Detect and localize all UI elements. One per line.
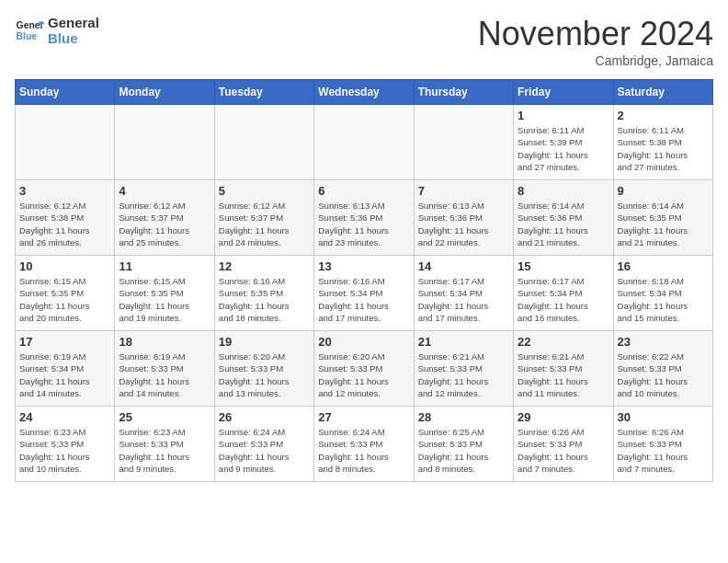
logo: General Blue General Blue bbox=[15, 15, 99, 46]
day-number: 20 bbox=[318, 335, 409, 349]
calendar-header-row: SundayMondayTuesdayWednesdayThursdayFrid… bbox=[16, 80, 713, 105]
calendar-day-cell: 30Sunrise: 6:26 AM Sunset: 5:33 PM Dayli… bbox=[613, 407, 712, 482]
calendar-day-cell: 19Sunrise: 6:20 AM Sunset: 5:33 PM Dayli… bbox=[214, 331, 313, 407]
calendar-week-row: 24Sunrise: 6:23 AM Sunset: 5:33 PM Dayli… bbox=[16, 407, 713, 482]
calendar-day-cell: 24Sunrise: 6:23 AM Sunset: 5:33 PM Dayli… bbox=[16, 407, 115, 482]
day-number: 9 bbox=[618, 184, 709, 198]
calendar-day-cell: 23Sunrise: 6:22 AM Sunset: 5:33 PM Dayli… bbox=[613, 331, 712, 407]
calendar-day-cell: 21Sunrise: 6:21 AM Sunset: 5:33 PM Dayli… bbox=[414, 331, 513, 407]
calendar-day-cell: 10Sunrise: 6:15 AM Sunset: 5:35 PM Dayli… bbox=[16, 256, 115, 331]
day-number: 1 bbox=[518, 109, 609, 122]
day-number: 12 bbox=[219, 259, 310, 273]
empty-cell bbox=[414, 105, 513, 180]
calendar-day-cell: 22Sunrise: 6:21 AM Sunset: 5:33 PM Dayli… bbox=[514, 331, 613, 407]
header-sunday: Sunday bbox=[16, 80, 115, 105]
day-info: Sunrise: 6:14 AM Sunset: 5:35 PM Dayligh… bbox=[618, 200, 709, 248]
svg-text:Blue: Blue bbox=[17, 31, 38, 41]
calendar-day-cell: 25Sunrise: 6:23 AM Sunset: 5:33 PM Dayli… bbox=[115, 407, 214, 482]
day-number: 29 bbox=[518, 410, 609, 424]
day-number: 30 bbox=[618, 410, 709, 424]
day-info: Sunrise: 6:17 AM Sunset: 5:34 PM Dayligh… bbox=[518, 275, 609, 324]
calendar-day-cell: 20Sunrise: 6:20 AM Sunset: 5:33 PM Dayli… bbox=[314, 331, 414, 407]
day-number: 14 bbox=[418, 259, 509, 273]
calendar-day-cell: 29Sunrise: 6:26 AM Sunset: 5:33 PM Dayli… bbox=[514, 407, 613, 482]
day-info: Sunrise: 6:20 AM Sunset: 5:33 PM Dayligh… bbox=[318, 350, 409, 399]
day-number: 28 bbox=[418, 410, 509, 424]
day-number: 22 bbox=[518, 335, 609, 349]
calendar-day-cell: 16Sunrise: 6:18 AM Sunset: 5:34 PM Dayli… bbox=[613, 256, 712, 331]
calendar-day-cell: 11Sunrise: 6:15 AM Sunset: 5:35 PM Dayli… bbox=[115, 256, 214, 331]
logo-general: General bbox=[48, 15, 99, 30]
calendar-day-cell: 15Sunrise: 6:17 AM Sunset: 5:34 PM Dayli… bbox=[514, 256, 613, 331]
calendar-day-cell: 14Sunrise: 6:17 AM Sunset: 5:34 PM Dayli… bbox=[414, 256, 513, 331]
header-saturday: Saturday bbox=[613, 80, 712, 105]
calendar-week-row: 17Sunrise: 6:19 AM Sunset: 5:34 PM Dayli… bbox=[16, 331, 713, 407]
day-number: 6 bbox=[318, 184, 409, 198]
day-info: Sunrise: 6:12 AM Sunset: 5:37 PM Dayligh… bbox=[219, 200, 310, 248]
calendar-day-cell: 12Sunrise: 6:16 AM Sunset: 5:35 PM Dayli… bbox=[214, 256, 313, 331]
day-info: Sunrise: 6:23 AM Sunset: 5:33 PM Dayligh… bbox=[19, 426, 110, 475]
day-info: Sunrise: 6:11 AM Sunset: 5:39 PM Dayligh… bbox=[518, 124, 609, 173]
day-info: Sunrise: 6:13 AM Sunset: 5:36 PM Dayligh… bbox=[318, 200, 409, 248]
day-number: 7 bbox=[418, 184, 509, 198]
day-info: Sunrise: 6:26 AM Sunset: 5:33 PM Dayligh… bbox=[518, 426, 609, 475]
calendar-table: SundayMondayTuesdayWednesdayThursdayFrid… bbox=[15, 79, 713, 482]
day-info: Sunrise: 6:12 AM Sunset: 5:38 PM Dayligh… bbox=[19, 200, 110, 248]
day-info: Sunrise: 6:19 AM Sunset: 5:33 PM Dayligh… bbox=[119, 350, 210, 399]
day-number: 2 bbox=[618, 109, 709, 122]
day-info: Sunrise: 6:16 AM Sunset: 5:35 PM Dayligh… bbox=[219, 275, 310, 324]
calendar-day-cell: 27Sunrise: 6:24 AM Sunset: 5:33 PM Dayli… bbox=[314, 407, 414, 482]
calendar-day-cell: 3Sunrise: 6:12 AM Sunset: 5:38 PM Daylig… bbox=[16, 180, 115, 256]
day-number: 27 bbox=[318, 410, 409, 424]
day-info: Sunrise: 6:23 AM Sunset: 5:33 PM Dayligh… bbox=[119, 426, 210, 475]
page-header: General Blue General Blue November 2024 … bbox=[15, 15, 713, 68]
calendar-day-cell: 2Sunrise: 6:11 AM Sunset: 5:38 PM Daylig… bbox=[613, 105, 712, 180]
day-info: Sunrise: 6:17 AM Sunset: 5:34 PM Dayligh… bbox=[418, 275, 509, 324]
day-info: Sunrise: 6:19 AM Sunset: 5:34 PM Dayligh… bbox=[19, 350, 110, 399]
calendar-day-cell: 26Sunrise: 6:24 AM Sunset: 5:33 PM Dayli… bbox=[214, 407, 313, 482]
day-info: Sunrise: 6:13 AM Sunset: 5:36 PM Dayligh… bbox=[418, 200, 509, 248]
day-number: 21 bbox=[418, 335, 509, 349]
day-info: Sunrise: 6:20 AM Sunset: 5:33 PM Dayligh… bbox=[219, 350, 310, 399]
calendar-week-row: 10Sunrise: 6:15 AM Sunset: 5:35 PM Dayli… bbox=[16, 256, 713, 331]
day-info: Sunrise: 6:22 AM Sunset: 5:33 PM Dayligh… bbox=[618, 350, 709, 399]
empty-cell bbox=[16, 105, 115, 180]
header-tuesday: Tuesday bbox=[214, 80, 313, 105]
calendar-day-cell: 18Sunrise: 6:19 AM Sunset: 5:33 PM Dayli… bbox=[115, 331, 214, 407]
day-info: Sunrise: 6:15 AM Sunset: 5:35 PM Dayligh… bbox=[19, 275, 110, 324]
calendar-day-cell: 6Sunrise: 6:13 AM Sunset: 5:36 PM Daylig… bbox=[314, 180, 414, 256]
day-number: 26 bbox=[219, 410, 310, 424]
day-info: Sunrise: 6:25 AM Sunset: 5:33 PM Dayligh… bbox=[418, 426, 509, 475]
calendar-week-row: 3Sunrise: 6:12 AM Sunset: 5:38 PM Daylig… bbox=[16, 180, 713, 256]
calendar-day-cell: 28Sunrise: 6:25 AM Sunset: 5:33 PM Dayli… bbox=[414, 407, 513, 482]
month-title: November 2024 bbox=[478, 15, 713, 53]
header-monday: Monday bbox=[115, 80, 214, 105]
day-number: 15 bbox=[518, 259, 609, 273]
empty-cell bbox=[115, 105, 214, 180]
day-number: 23 bbox=[618, 335, 709, 349]
empty-cell bbox=[214, 105, 313, 180]
empty-cell bbox=[314, 105, 414, 180]
day-info: Sunrise: 6:21 AM Sunset: 5:33 PM Dayligh… bbox=[418, 350, 509, 399]
day-info: Sunrise: 6:26 AM Sunset: 5:33 PM Dayligh… bbox=[618, 426, 709, 475]
header-friday: Friday bbox=[514, 80, 613, 105]
day-info: Sunrise: 6:11 AM Sunset: 5:38 PM Dayligh… bbox=[618, 124, 709, 173]
day-info: Sunrise: 6:12 AM Sunset: 5:37 PM Dayligh… bbox=[119, 200, 210, 248]
day-number: 24 bbox=[19, 410, 110, 424]
day-info: Sunrise: 6:18 AM Sunset: 5:34 PM Dayligh… bbox=[618, 275, 709, 324]
day-number: 10 bbox=[19, 259, 110, 273]
day-number: 11 bbox=[119, 259, 210, 273]
calendar-day-cell: 17Sunrise: 6:19 AM Sunset: 5:34 PM Dayli… bbox=[16, 331, 115, 407]
day-number: 16 bbox=[618, 259, 709, 273]
header-thursday: Thursday bbox=[414, 80, 513, 105]
day-number: 18 bbox=[119, 335, 210, 349]
day-number: 19 bbox=[219, 335, 310, 349]
day-number: 3 bbox=[19, 184, 110, 198]
day-number: 4 bbox=[119, 184, 210, 198]
location-subtitle: Cambridge, Jamaica bbox=[478, 53, 713, 68]
calendar-day-cell: 1Sunrise: 6:11 AM Sunset: 5:39 PM Daylig… bbox=[514, 105, 613, 180]
title-area: November 2024 Cambridge, Jamaica bbox=[478, 15, 713, 68]
day-number: 5 bbox=[219, 184, 310, 198]
day-info: Sunrise: 6:21 AM Sunset: 5:33 PM Dayligh… bbox=[518, 350, 609, 399]
day-number: 25 bbox=[119, 410, 210, 424]
